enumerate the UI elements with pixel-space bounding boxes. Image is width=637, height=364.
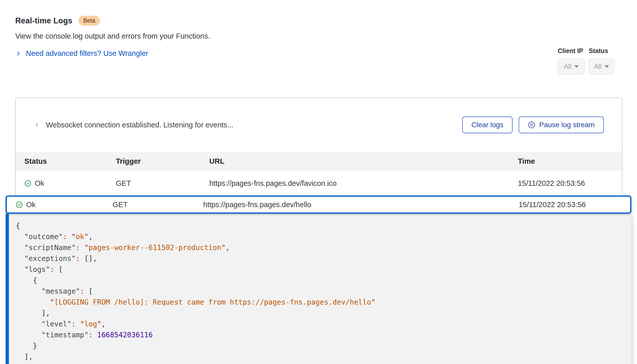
time-cell: 15/11/2022 20:53:56 bbox=[519, 201, 630, 209]
status-cell: Ok bbox=[16, 201, 113, 209]
url-cell: https://pages-fns.pages.dev/hello bbox=[203, 201, 519, 209]
json-log-line: ], bbox=[16, 351, 631, 362]
beta-badge: Beta bbox=[78, 16, 100, 26]
caret-down-icon bbox=[574, 65, 579, 68]
json-log-lines: { "outcome": "ok", "scriptName": "pages-… bbox=[16, 220, 631, 362]
json-log-line: { bbox=[16, 220, 631, 231]
client-ip-filter-value: All bbox=[564, 63, 571, 71]
client-ip-filter-label: Client IP bbox=[558, 47, 585, 55]
page-title: Real-time Logs bbox=[15, 16, 72, 25]
chevron-right-icon bbox=[15, 51, 21, 57]
log-row-hello-selected[interactable]: Ok GET https://pages-fns.pages.dev/hello… bbox=[6, 195, 631, 214]
json-log-line: "message": [ bbox=[16, 286, 631, 297]
check-circle-icon bbox=[24, 180, 31, 187]
spinner-icon bbox=[35, 122, 42, 128]
time-cell: 15/11/2022 20:53:56 bbox=[518, 179, 622, 188]
trigger-cell: GET bbox=[113, 201, 203, 209]
json-log-line: "exceptions": [], bbox=[16, 253, 631, 264]
realtime-logs-page: Real-time Logs Beta View the console.log… bbox=[0, 0, 637, 364]
log-actions: Clear logs Pause log stream bbox=[462, 117, 604, 133]
json-log-line: "outcome": "ok", bbox=[16, 231, 631, 242]
column-header-time: Time bbox=[518, 157, 622, 166]
log-table-header: Status Trigger URL Time bbox=[15, 152, 622, 171]
status-filter-dropdown[interactable]: All bbox=[589, 59, 614, 74]
json-log-line: "[LOGGING FROM /hello]: Request came fro… bbox=[16, 297, 631, 308]
trigger-cell: GET bbox=[116, 179, 209, 188]
pause-log-stream-label: Pause log stream bbox=[539, 121, 595, 129]
pause-log-stream-button[interactable]: Pause log stream bbox=[519, 117, 604, 133]
json-log-line: ], bbox=[16, 308, 631, 319]
websocket-status-message: Websocket connection established. Listen… bbox=[46, 121, 462, 129]
caret-down-icon bbox=[604, 65, 609, 68]
client-ip-filter-dropdown[interactable]: All bbox=[558, 59, 585, 74]
status-filter-label: Status bbox=[589, 47, 614, 55]
json-log-line: "level": "log", bbox=[16, 319, 631, 329]
log-row-favicon[interactable]: Ok GET https://pages-fns.pages.dev/favic… bbox=[15, 171, 622, 196]
client-ip-filter-group: Client IP All bbox=[558, 47, 585, 74]
json-log-line: "scriptName": "pages-worker--611502-prod… bbox=[16, 242, 631, 253]
status-filter-value: All bbox=[594, 63, 601, 71]
clear-logs-button[interactable]: Clear logs bbox=[462, 117, 513, 133]
clear-logs-label: Clear logs bbox=[471, 121, 503, 129]
status-cell: Ok bbox=[24, 179, 116, 188]
status-filter-group: Status All bbox=[589, 47, 614, 74]
column-header-status: Status bbox=[24, 157, 116, 166]
expanded-log-json-panel: { "outcome": "ok", "scriptName": "pages-… bbox=[6, 214, 631, 364]
websocket-status-bar: Websocket connection established. Listen… bbox=[15, 98, 622, 152]
check-circle-icon bbox=[16, 201, 23, 208]
json-log-line: "timestamp": 1668542036116 bbox=[16, 329, 631, 340]
wrangler-link-label: Need advanced filters? Use Wrangler bbox=[26, 49, 148, 58]
wrangler-link[interactable]: Need advanced filters? Use Wrangler bbox=[15, 49, 148, 58]
status-label: Ok bbox=[26, 201, 36, 209]
column-header-url: URL bbox=[209, 157, 518, 166]
url-cell: https://pages-fns.pages.dev/favicon.ico bbox=[209, 179, 518, 188]
json-log-line: } bbox=[16, 340, 631, 351]
page-description: View the console.log output and errors f… bbox=[15, 32, 210, 40]
pause-icon bbox=[528, 121, 535, 129]
status-label: Ok bbox=[35, 179, 44, 188]
expanded-log-entry: Ok GET https://pages-fns.pages.dev/hello… bbox=[6, 195, 631, 364]
json-log-line: "logs": [ bbox=[16, 264, 631, 275]
page-header: Real-time Logs Beta bbox=[15, 16, 100, 26]
column-header-trigger: Trigger bbox=[116, 157, 209, 166]
json-log-line: { bbox=[16, 275, 631, 286]
